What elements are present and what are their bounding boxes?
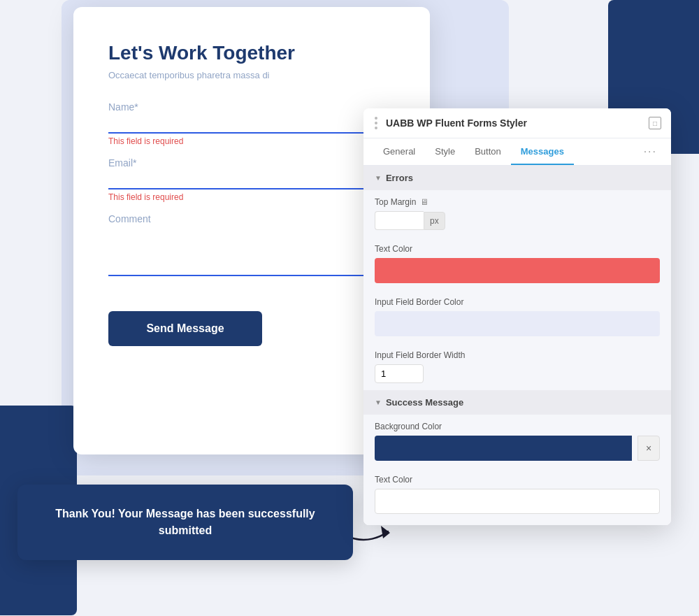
success-bg-color-label: Background Color [375,422,660,431]
tab-more[interactable]: ··· [640,138,661,165]
panel-title: UABB WP Fluent Forms Styler [386,117,527,129]
text-color-row: Text Color [363,237,671,290]
name-label: Name* [108,101,395,113]
input-border-color-swatch[interactable] [375,311,660,336]
panel-tabs: General Style Button Messages ··· [363,138,671,166]
success-color-swatch[interactable] [375,436,632,461]
success-bg-color-row: Background Color × [363,415,671,468]
minimize-button[interactable]: □ [649,117,661,129]
errors-section-header[interactable]: ▼ Errors [363,166,671,190]
plugin-panel: UABB WP Fluent Forms Styler □ General St… [363,108,671,525]
email-error: This field is required [108,192,395,202]
input-border-width-row: Input Field Border Width [363,343,671,390]
tab-style[interactable]: Style [425,139,465,165]
comment-label: Comment [108,213,395,224]
success-text-color-swatch[interactable] [375,489,660,514]
top-margin-label: Top Margin 🖥 [375,197,660,207]
panel-header-left: UABB WP Fluent Forms Styler [373,115,527,131]
tab-general[interactable]: General [373,139,425,165]
input-border-color-row: Input Field Border Color [363,290,671,343]
errors-chevron: ▼ [375,174,382,182]
monitor-icon: 🖥 [420,197,428,207]
success-label: Success Message [386,397,463,408]
top-margin-input[interactable] [375,211,424,230]
comment-field: Comment [108,213,395,279]
svg-marker-1 [381,526,390,538]
name-input[interactable] [108,115,395,134]
top-margin-row: Top Margin 🖥 px [363,190,671,237]
tab-messages[interactable]: Messages [511,139,574,165]
input-border-width-input-row [375,364,660,383]
tab-button[interactable]: Button [465,139,511,165]
success-chevron: ▼ [375,399,382,406]
email-input[interactable] [108,171,395,189]
comment-input[interactable] [108,227,395,276]
input-border-width-label: Input Field Border Width [375,350,660,360]
success-text-color-label: Text Color [375,475,660,485]
form-title: Let's Work Together [108,42,395,64]
panel-content: ▼ Errors Top Margin 🖥 px Text Color Inpu… [363,166,671,525]
thankyou-message: Thank You! Your Message has been success… [55,508,315,536]
input-border-width-input[interactable] [375,364,424,383]
email-label: Email* [108,157,395,169]
text-color-swatch[interactable] [375,258,660,283]
panel-header: UABB WP Fluent Forms Styler □ [363,108,671,138]
success-bg-color-picker: × [375,436,660,461]
drag-handle[interactable] [373,115,379,131]
name-field: Name* This field is required [108,101,395,146]
success-section-header[interactable]: ▼ Success Message [363,390,671,415]
input-border-color-label: Input Field Border Color [375,297,660,307]
name-error: This field is required [108,136,395,146]
success-color-clear[interactable]: × [637,436,660,461]
errors-label: Errors [386,173,413,183]
email-field: Email* This field is required [108,157,395,202]
send-button[interactable]: Send Message [108,311,262,346]
form-subtitle: Occaecat temporibus pharetra massa di [108,70,395,80]
text-color-label: Text Color [375,244,660,254]
top-margin-input-row: px [375,211,660,230]
top-margin-unit: px [424,212,445,230]
thankyou-box: Thank You! Your Message has been success… [17,485,353,560]
success-text-color-row: Text Color [363,468,671,525]
